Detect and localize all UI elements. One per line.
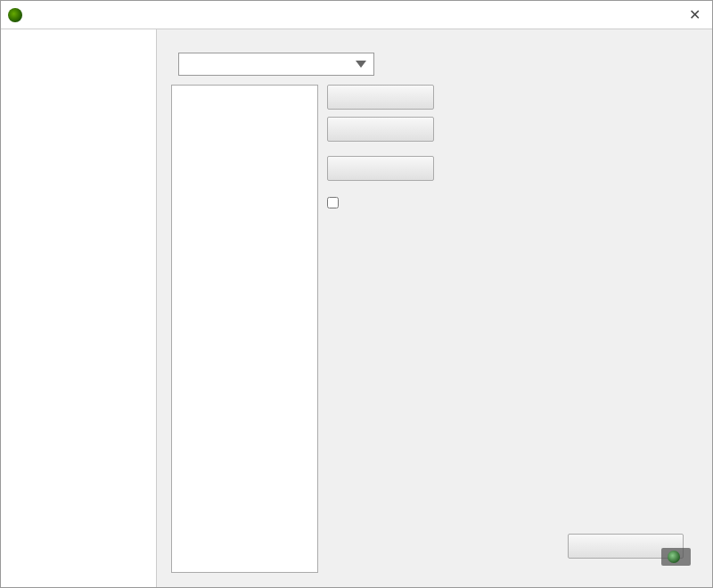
main-panel-inner [171, 44, 698, 573]
watermark-logo [668, 551, 680, 563]
icon-set-select[interactable] [178, 53, 374, 76]
main-content [1, 29, 712, 587]
restore-checkbox[interactable] [327, 197, 339, 208]
app-icon [8, 8, 22, 22]
deselect-all-button[interactable] [327, 117, 434, 142]
title-bar: ✕ [1, 1, 712, 29]
main-panel [157, 29, 712, 587]
restore-section [327, 195, 434, 208]
right-panel [327, 85, 434, 573]
file-list [171, 85, 318, 573]
lower-row [171, 85, 698, 573]
select-all-button[interactable] [327, 85, 434, 110]
apply-button[interactable] [327, 156, 434, 181]
close-button[interactable]: ✕ [684, 4, 705, 26]
options-window: ✕ [0, 0, 713, 588]
icon-set-row [171, 53, 698, 76]
sidebar [1, 29, 157, 587]
watermark [661, 548, 691, 566]
